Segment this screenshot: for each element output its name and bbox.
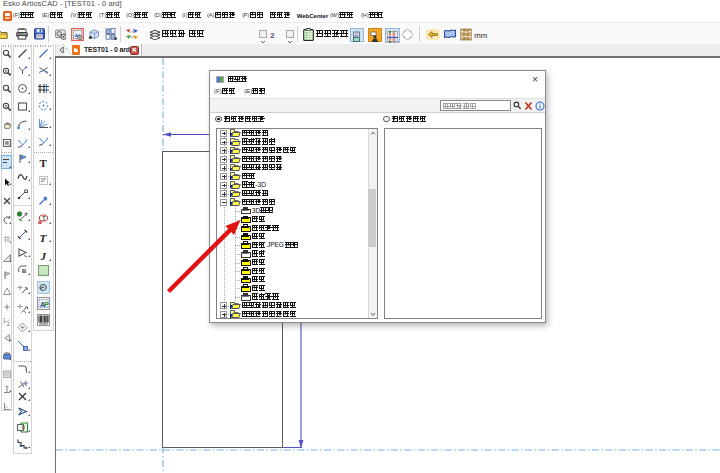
svg-text:T: T xyxy=(39,232,47,244)
svg-text:B: B xyxy=(22,268,27,274)
svg-text:P: P xyxy=(44,300,49,307)
svg-text:2: 2 xyxy=(7,322,10,326)
svg-text:T: T xyxy=(39,157,47,169)
svg-text:J: J xyxy=(39,250,46,262)
svg-text:T: T xyxy=(41,214,46,221)
svg-text:3: 3 xyxy=(24,347,26,351)
